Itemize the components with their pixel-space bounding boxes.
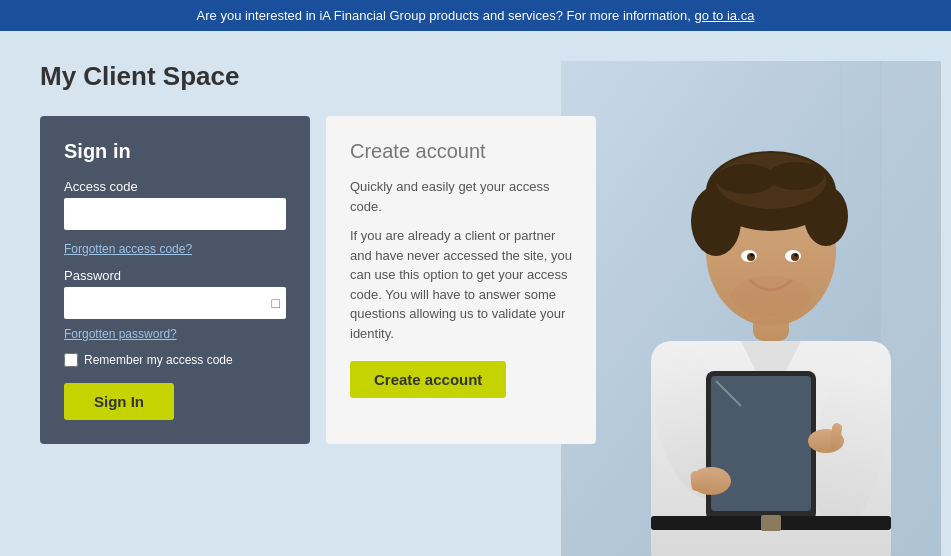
main-content: My Client Space Sign in Access code Forg… [0,31,951,551]
cards-row: Sign in Access code Forgotten access cod… [40,116,911,444]
create-account-card: Create account Quickly and easily get yo… [326,116,596,444]
create-account-desc2: If you are already a client or partner a… [350,226,572,343]
password-wrapper: □ [64,287,286,319]
banner-text: Are you interested in iA Financial Group… [197,8,695,23]
create-account-button[interactable]: Create account [350,361,506,398]
password-label: Password [64,268,286,283]
password-group: Password □ [64,268,286,319]
forgotten-password-link[interactable]: Forgotten password? [64,327,286,341]
remember-label[interactable]: Remember my access code [84,353,233,367]
create-account-heading: Create account [350,140,572,163]
svg-rect-34 [761,515,781,531]
signin-heading: Sign in [64,140,286,163]
password-input[interactable] [64,287,286,319]
access-code-input[interactable] [64,198,286,230]
banner-link[interactable]: go to ia.ca [694,8,754,23]
access-code-label: Access code [64,179,286,194]
remember-checkbox[interactable] [64,353,78,367]
info-banner: Are you interested in iA Financial Group… [0,0,951,31]
forgotten-access-code-link[interactable]: Forgotten access code? [64,242,286,256]
signin-button[interactable]: Sign In [64,383,174,420]
access-code-group: Access code [64,179,286,234]
remember-row: Remember my access code [64,353,286,367]
signin-card: Sign in Access code Forgotten access cod… [40,116,310,444]
create-account-desc1: Quickly and easily get your access code. [350,177,572,216]
show-password-icon[interactable]: □ [272,295,280,311]
svg-rect-30 [701,469,712,491]
